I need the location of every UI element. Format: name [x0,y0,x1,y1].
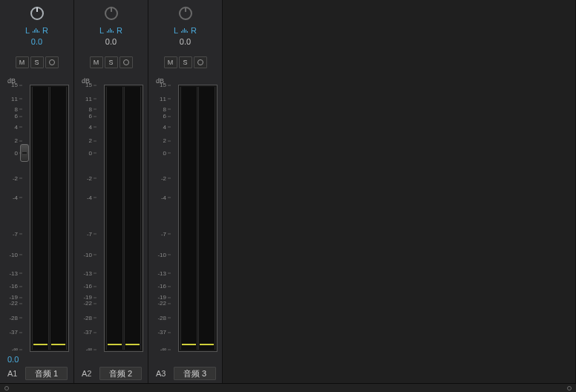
mso-group: MS [16,56,59,70]
pan-left-label: L [99,26,104,35]
scale-tick: -7 [79,230,92,237]
pan-knob[interactable] [30,7,44,20]
scale-tick: 6 [79,113,92,120]
scroll-handle-right[interactable] [567,386,572,391]
pan-value: 0.0 [105,37,117,48]
scale-tick: 0 [4,149,18,156]
track-name-input[interactable]: 音频 1 [25,367,68,380]
scale-tick: 15 [79,82,92,88]
mute-button[interactable]: M [90,56,103,68]
level-readout [74,355,148,367]
meter-scale: 151186420-2-4-7-10-13-16-19-22-28-37-∞ [79,85,101,352]
scale-tick: 0 [153,149,166,156]
scale-tick: -∞ [4,346,18,353]
scale-tick: -4 [79,194,92,200]
scale-tick: 15 [153,82,166,88]
scale-tick: -7 [153,230,166,237]
channel-strip: LR0.0MSdB151186420-2-4-7-10-13-16-19-22-… [148,0,223,383]
solo-button[interactable]: S [105,56,118,68]
level-meter [30,85,69,352]
scale-tick: -2 [4,174,18,181]
channel-strip: LR0.0MSdB151186420-2-4-7-10-13-16-19-22-… [74,0,148,383]
scale-tick: -13 [79,270,92,276]
scale-tick: -28 [4,314,18,321]
scale-tick: -16 [4,283,18,290]
track-id: A2 [82,369,95,378]
scale-tick: 2 [4,137,18,144]
pan-right-label: R [42,26,48,35]
scale-tick: -37 [4,329,18,336]
scale-tick: 4 [79,123,92,130]
scale-tick: 8 [153,105,166,112]
mute-button[interactable]: M [16,56,29,68]
scale-tick: -7 [4,230,18,237]
pan-knob[interactable] [105,7,118,20]
scale-tick: 6 [153,113,166,120]
scale-tick: 11 [153,95,166,102]
scale-tick: 8 [4,105,18,112]
scale-tick: -16 [153,283,166,290]
pan-knob[interactable] [179,7,192,20]
scale-tick: -16 [79,283,92,290]
scale-tick: -22 [79,300,92,307]
volume-fader[interactable] [20,144,29,162]
pan-right-label: R [191,26,197,35]
empty-area [223,0,575,383]
scale-tick: -28 [79,314,92,321]
scale-tick: -28 [153,314,166,321]
scale-tick: 0 [79,149,92,156]
pan-left-label: L [25,26,30,35]
scale-tick: 11 [79,95,92,102]
scale-tick: 2 [79,137,92,144]
record-arm-button[interactable] [120,56,133,68]
scale-tick: 4 [4,123,18,130]
pan-indicator-bars [107,28,114,33]
horizontal-scrollbar[interactable] [0,383,576,392]
scale-tick: 4 [153,123,166,130]
level-meter [178,85,217,352]
scale-tick: 6 [4,113,18,120]
pan-indicator-bars [33,28,39,33]
mso-group: MS [164,56,207,70]
record-arm-button[interactable] [194,56,207,68]
level-readout: 0.0 [0,355,73,367]
scale-tick: 15 [4,82,18,88]
scale-tick: -13 [153,270,166,276]
scale-tick: -10 [4,251,18,258]
solo-button[interactable]: S [179,56,192,68]
track-name-input[interactable]: 音频 2 [99,367,142,380]
record-arm-button[interactable] [45,56,59,68]
mso-group: MS [90,56,133,70]
mute-button[interactable]: M [164,56,177,68]
audio-mixer: LR0.0MSdB151186420-2-4-7-10-13-16-19-22-… [0,0,576,383]
scale-tick: 2 [153,137,166,144]
track-id: A3 [156,369,169,378]
level-readout [148,355,222,367]
scale-tick: -∞ [153,346,166,353]
scale-tick: 11 [4,95,18,102]
scale-tick: -37 [79,329,92,336]
scale-tick: -13 [4,270,18,276]
pan-value: 0.0 [180,37,191,48]
scale-tick: -4 [4,194,18,200]
scale-tick: -37 [153,329,166,336]
scale-tick: -22 [153,300,166,307]
scale-tick: -4 [153,194,166,200]
pan-left-label: L [174,26,178,35]
track-name-input[interactable]: 音频 3 [174,367,216,380]
scale-tick: -22 [4,300,18,307]
level-meter [104,85,143,352]
scale-tick: 8 [79,105,92,112]
scale-tick: -2 [79,174,92,181]
meter-scale: 151186420-2-4-7-10-13-16-19-22-28-37-∞ [153,85,175,352]
scroll-handle-left[interactable] [4,386,9,391]
solo-button[interactable]: S [30,56,44,68]
pan-right-label: R [117,26,122,35]
scale-tick: -10 [79,251,92,258]
channel-strip: LR0.0MSdB151186420-2-4-7-10-13-16-19-22-… [0,0,74,383]
scale-tick: -2 [153,174,166,181]
scale-tick: -10 [153,251,166,258]
pan-indicator-bars [181,28,188,33]
track-id: A1 [7,369,21,378]
scale-tick: -∞ [79,346,92,353]
